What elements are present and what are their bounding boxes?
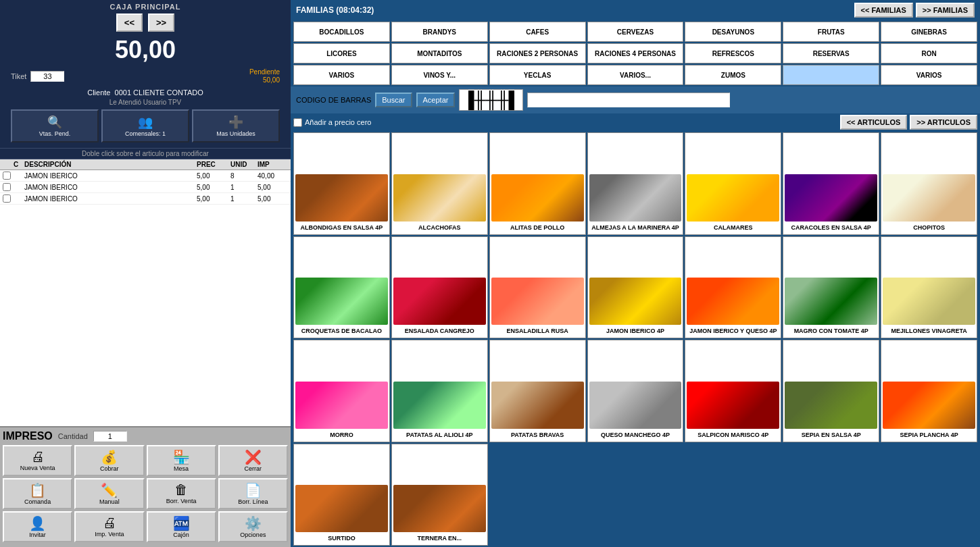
fam-nav-next-button[interactable]: >> FAMILIAS	[916, 3, 975, 18]
art-nav-next-button[interactable]: >> ARTICULOS	[910, 115, 977, 130]
aceptar-button[interactable]: Aceptar	[416, 93, 456, 107]
nav-prev-button[interactable]: <<	[116, 14, 143, 32]
col-prec: PREC	[197, 161, 230, 168]
articulo-name: ALBONDIGAS EN SALSA 4P	[301, 224, 383, 232]
barras-section: CODIGO DE BARRAS Buscar Aceptar ▐╫╫╫▌	[291, 86, 980, 113]
precio-cero-label[interactable]: Añadir a precio cero	[293, 118, 371, 127]
mas-unidades-button[interactable]: ➕ Mas Unidades	[192, 109, 280, 142]
articulo-cell[interactable]: PATATAS AL ALIOLI 4P	[391, 340, 488, 442]
row-imp: 40,00	[258, 172, 288, 180]
articulo-cell[interactable]: PATATAS BRAVAS	[489, 340, 586, 442]
borrar-venta-button[interactable]: 🗑Borr. Venta	[147, 478, 216, 509]
buscar-button[interactable]: Buscar	[375, 93, 412, 107]
articulo-name: CARACOLES EN SALSA 4P	[791, 224, 871, 232]
tiket-input[interactable]	[30, 71, 64, 82]
articulo-image	[295, 278, 388, 325]
cajon-button[interactable]: 🏧Cajón	[147, 511, 216, 542]
order-table: JAMON IBERICO 5,00 8 40,00 JAMON IBERICO…	[0, 170, 291, 426]
tiket-row: Tiket Pendiente 50,00	[5, 66, 285, 87]
familia-button[interactable]: VARIOS...	[587, 65, 684, 85]
familia-button[interactable]: BRANDYS	[391, 22, 488, 42]
row-checkbox[interactable]	[3, 172, 11, 180]
row-checkbox[interactable]	[3, 183, 11, 191]
familia-button[interactable]: LICORES	[293, 43, 390, 63]
articulo-cell[interactable]: ALMEJAS A LA MARINERA 4P	[587, 132, 684, 235]
articulo-cell[interactable]: SURTIDO	[293, 444, 390, 546]
familia-button[interactable]: DESAYUNOS	[685, 22, 781, 42]
cantidad-input[interactable]	[93, 431, 127, 442]
articulo-image	[589, 382, 682, 429]
familia-button[interactable]: YECLAS	[489, 65, 586, 85]
mesa-button[interactable]: 🏪Mesa	[147, 445, 216, 476]
vtas-pend-button[interactable]: 🔍 Vtas. Pend.	[11, 109, 99, 142]
familia-button[interactable]: MONTADITOS	[391, 43, 488, 63]
articulo-cell[interactable]: SEPIA EN SALSA 4P	[783, 340, 879, 442]
articulo-image	[883, 174, 975, 222]
articulo-cell[interactable]: SEPIA PLANCHA 4P	[881, 340, 977, 442]
articulo-cell[interactable]: MORRO	[293, 340, 390, 442]
col-imp: IMP	[258, 161, 288, 168]
table-row[interactable]: JAMON IBERICO 5,00 8 40,00	[0, 170, 291, 182]
articulo-cell[interactable]: CROQUETAS DE BACALAO	[293, 236, 390, 339]
articulo-cell[interactable]: ALBONDIGAS EN SALSA 4P	[293, 132, 390, 235]
fam-nav-prev-button[interactable]: << FAMILIAS	[854, 3, 913, 18]
articulo-cell[interactable]: QUESO MANCHEGO 4P	[587, 340, 684, 442]
precio-cero-checkbox[interactable]	[293, 118, 302, 127]
articulo-cell[interactable]: SALPICON MARISCO 4P	[685, 340, 781, 442]
cerrar-button[interactable]: ❌Cerrar	[218, 445, 288, 476]
articulo-cell[interactable]: CARACOLES EN SALSA 4P	[783, 132, 879, 235]
articulo-name: SALPICON MARISCO 4P	[697, 432, 768, 439]
articulo-cell[interactable]: MAGRO CON TOMATE 4P	[783, 236, 879, 339]
order-table-header: C DESCRIPCIÓN PREC UNID IMP	[0, 159, 291, 170]
articulo-image	[785, 382, 877, 429]
nav-next-button[interactable]: >>	[148, 14, 174, 32]
familia-button[interactable]: RACIONES 4 PERSONAS	[587, 43, 684, 63]
articulo-cell[interactable]: ENSALADILLA RUSA	[489, 236, 586, 339]
barcode-input[interactable]	[527, 93, 730, 107]
articulo-image	[393, 174, 486, 222]
row-checkbox[interactable]	[3, 194, 11, 203]
articulo-image	[883, 382, 975, 429]
col-check	[3, 161, 14, 168]
articulo-image	[687, 382, 779, 429]
articulo-cell[interactable]: CHOPITOS	[881, 132, 977, 235]
familia-button[interactable]: GINEBRAS	[881, 22, 977, 42]
row-unid: 1	[230, 184, 258, 191]
manual-button[interactable]: ✏️Manual	[74, 478, 144, 509]
familia-button[interactable]: ZUMOS	[685, 65, 781, 85]
opciones-button[interactable]: ⚙️Opciones	[218, 511, 288, 542]
familia-button[interactable]: VARIOS	[881, 65, 977, 85]
familia-button[interactable]: VARIOS	[293, 65, 390, 85]
familia-button[interactable]: FRUTAS	[783, 22, 879, 42]
familia-button[interactable]: REFRESCOS	[685, 43, 781, 63]
nueva-venta-button[interactable]: 🖨Nueva Venta	[3, 445, 72, 476]
table-row[interactable]: JAMON IBERICO 5,00 1 5,00	[0, 193, 291, 205]
familia-button[interactable]: RON	[881, 43, 977, 63]
articulo-cell[interactable]: ALCACHOFAS	[391, 132, 488, 235]
articulo-image	[295, 485, 388, 532]
familia-button[interactable]: RESERVAS	[783, 43, 879, 63]
familia-button[interactable]: RACIONES 2 PERSONAS	[489, 43, 586, 63]
articulo-name: CROQUETAS DE BACALAO	[301, 328, 382, 335]
familia-button[interactable]: CAFES	[489, 22, 586, 42]
comanda-button[interactable]: 📋Comanda	[3, 478, 72, 509]
cajon-icon: 🏧	[149, 515, 214, 531]
articulo-cell[interactable]: MEJILLONES VINAGRETA	[881, 236, 977, 339]
articulo-cell[interactable]: ENSALADA CANGREJO	[391, 236, 488, 339]
articulo-cell[interactable]: TERNERA EN...	[391, 444, 488, 546]
comensales-button[interactable]: 👥 Comensales: 1	[101, 109, 189, 142]
articulo-cell[interactable]: JAMON IBERICO 4P	[587, 236, 684, 339]
invitar-button[interactable]: 👤Invitar	[3, 511, 72, 542]
art-nav-prev-button[interactable]: << ARTICULOS	[840, 115, 908, 130]
familia-button[interactable]: VINOS Y...	[391, 65, 488, 85]
articulo-cell[interactable]: JAMON IBERICO Y QUESO 4P	[685, 236, 781, 339]
articulo-image	[295, 174, 388, 222]
cobrar-button[interactable]: 💰Cobrar	[74, 445, 144, 476]
familia-button[interactable]: CERVEZAS	[587, 22, 684, 42]
articulo-cell[interactable]: ALITAS DE POLLO	[489, 132, 586, 235]
table-row[interactable]: JAMON IBERICO 5,00 1 5,00	[0, 182, 291, 193]
articulo-cell[interactable]: CALAMARES	[685, 132, 781, 235]
familia-button[interactable]: BOCADILLOS	[293, 22, 390, 42]
imp-venta-button[interactable]: 🖨Imp. Venta	[74, 511, 144, 542]
borrar-linea-button[interactable]: 📄Borr. Línea	[218, 478, 288, 509]
